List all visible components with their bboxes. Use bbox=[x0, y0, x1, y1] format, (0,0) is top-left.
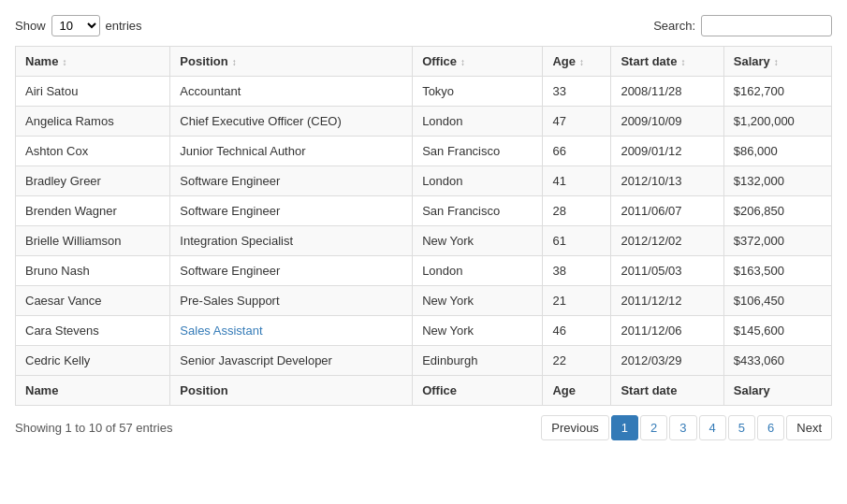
cell-salary: $132,000 bbox=[723, 166, 831, 196]
cell-position: Software Engineer bbox=[170, 166, 413, 196]
cell-office: London bbox=[413, 256, 543, 286]
search-label: Search: bbox=[653, 19, 695, 33]
header-position[interactable]: Position↕ bbox=[170, 47, 413, 77]
sort-icon-salary: ↕ bbox=[774, 57, 779, 67]
cell-start_date: 2012/12/02 bbox=[611, 226, 723, 256]
cell-office: Tokyo bbox=[413, 77, 543, 107]
cell-salary: $372,000 bbox=[723, 226, 831, 256]
cell-age: 41 bbox=[543, 166, 611, 196]
showing-info: Showing 1 to 10 of 57 entries bbox=[15, 421, 172, 435]
cell-age: 21 bbox=[543, 286, 611, 316]
cell-office: New York bbox=[413, 316, 543, 346]
position-link[interactable]: Sales Assistant bbox=[180, 324, 262, 338]
header-row: Name↕Position↕Office↕Age↕Start date↕Sala… bbox=[16, 47, 832, 77]
top-controls: Show 102550100 entries Search: bbox=[15, 15, 832, 36]
cell-office: London bbox=[413, 107, 543, 137]
footer-cell: Office bbox=[413, 376, 543, 406]
bottom-controls: Showing 1 to 10 of 57 entries Previous12… bbox=[15, 415, 832, 440]
footer-cell: Salary bbox=[723, 376, 831, 406]
cell-age: 28 bbox=[543, 196, 611, 226]
table-row: Brielle WilliamsonIntegration Specialist… bbox=[16, 226, 832, 256]
cell-salary: $86,000 bbox=[723, 137, 831, 166]
header-age[interactable]: Age↕ bbox=[543, 47, 611, 77]
cell-age: 22 bbox=[543, 346, 611, 376]
footer-row: NamePositionOfficeAgeStart dateSalary bbox=[16, 376, 832, 406]
cell-position: Accountant bbox=[170, 77, 413, 107]
cell-start_date: 2009/01/12 bbox=[611, 137, 723, 166]
entries-label: entries bbox=[106, 19, 142, 33]
pagination-page-6[interactable]: 6 bbox=[757, 415, 784, 440]
sort-icon-age: ↕ bbox=[579, 57, 584, 67]
cell-office: Edinburgh bbox=[413, 346, 543, 376]
cell-start_date: 2011/06/07 bbox=[611, 196, 723, 226]
table-header: Name↕Position↕Office↕Age↕Start date↕Sala… bbox=[16, 47, 832, 77]
pagination-next[interactable]: Next bbox=[786, 415, 832, 440]
table-row: Cedric KellySenior Javascript DeveloperE… bbox=[16, 346, 832, 376]
cell-start_date: 2011/12/12 bbox=[611, 286, 723, 316]
table-row: Airi SatouAccountantTokyo332008/11/28$16… bbox=[16, 77, 832, 107]
cell-name: Cedric Kelly bbox=[16, 346, 170, 376]
cell-office: San Francisco bbox=[413, 137, 543, 166]
footer-cell: Name bbox=[16, 376, 170, 406]
cell-start_date: 2011/12/06 bbox=[611, 316, 723, 346]
cell-position: Software Engineer bbox=[170, 256, 413, 286]
cell-age: 46 bbox=[543, 316, 611, 346]
cell-start_date: 2008/11/28 bbox=[611, 77, 723, 107]
cell-position: Senior Javascript Developer bbox=[170, 346, 413, 376]
header-start_date[interactable]: Start date↕ bbox=[611, 47, 723, 77]
pagination-page-2[interactable]: 2 bbox=[640, 415, 667, 440]
pagination: Previous123456Next bbox=[541, 415, 832, 440]
cell-position: Junior Technical Author bbox=[170, 137, 413, 166]
cell-age: 38 bbox=[543, 256, 611, 286]
cell-name: Angelica Ramos bbox=[16, 107, 170, 137]
cell-position: Integration Specialist bbox=[170, 226, 413, 256]
cell-position: Chief Executive Officer (CEO) bbox=[170, 107, 413, 137]
cell-name: Airi Satou bbox=[16, 77, 170, 107]
cell-name: Brenden Wagner bbox=[16, 196, 170, 226]
pagination-page-4[interactable]: 4 bbox=[699, 415, 726, 440]
cell-age: 66 bbox=[543, 137, 611, 166]
cell-office: New York bbox=[413, 226, 543, 256]
show-entries-control: Show 102550100 entries bbox=[15, 15, 142, 36]
cell-name: Caesar Vance bbox=[16, 286, 170, 316]
footer-cell: Age bbox=[543, 376, 611, 406]
entries-select[interactable]: 102550100 bbox=[51, 15, 100, 36]
table-footer: NamePositionOfficeAgeStart dateSalary bbox=[16, 376, 832, 406]
cell-start_date: 2012/10/13 bbox=[611, 166, 723, 196]
header-salary[interactable]: Salary↕ bbox=[723, 47, 831, 77]
table-row: Caesar VancePre-Sales SupportNew York212… bbox=[16, 286, 832, 316]
cell-name: Bradley Greer bbox=[16, 166, 170, 196]
search-box: Search: bbox=[653, 15, 832, 36]
cell-position: Pre-Sales Support bbox=[170, 286, 413, 316]
cell-age: 33 bbox=[543, 77, 611, 107]
footer-cell: Position bbox=[170, 376, 413, 406]
show-label: Show bbox=[15, 19, 46, 33]
footer-cell: Start date bbox=[611, 376, 723, 406]
cell-name: Bruno Nash bbox=[16, 256, 170, 286]
sort-icon-office: ↕ bbox=[460, 57, 465, 67]
table-row: Brenden WagnerSoftware EngineerSan Franc… bbox=[16, 196, 832, 226]
data-table: Name↕Position↕Office↕Age↕Start date↕Sala… bbox=[15, 46, 832, 406]
table-row: Ashton CoxJunior Technical AuthorSan Fra… bbox=[16, 137, 832, 166]
cell-age: 47 bbox=[543, 107, 611, 137]
cell-start_date: 2009/10/09 bbox=[611, 107, 723, 137]
cell-name: Cara Stevens bbox=[16, 316, 170, 346]
pagination-page-5[interactable]: 5 bbox=[728, 415, 755, 440]
pagination-prev[interactable]: Previous bbox=[541, 415, 609, 440]
cell-name: Ashton Cox bbox=[16, 137, 170, 166]
sort-icon-name: ↕ bbox=[62, 57, 66, 67]
cell-salary: $206,850 bbox=[723, 196, 831, 226]
cell-office: New York bbox=[413, 286, 543, 316]
search-input[interactable] bbox=[701, 15, 832, 36]
cell-position: Software Engineer bbox=[170, 196, 413, 226]
header-name[interactable]: Name↕ bbox=[16, 47, 170, 77]
sort-icon-position: ↕ bbox=[232, 57, 237, 67]
header-office[interactable]: Office↕ bbox=[413, 47, 543, 77]
pagination-page-1[interactable]: 1 bbox=[611, 415, 638, 440]
table-body: Airi SatouAccountantTokyo332008/11/28$16… bbox=[16, 77, 832, 376]
cell-start_date: 2011/05/03 bbox=[611, 256, 723, 286]
cell-salary: $145,600 bbox=[723, 316, 831, 346]
table-row: Bradley GreerSoftware EngineerLondon4120… bbox=[16, 166, 832, 196]
pagination-page-3[interactable]: 3 bbox=[669, 415, 696, 440]
cell-office: London bbox=[413, 166, 543, 196]
